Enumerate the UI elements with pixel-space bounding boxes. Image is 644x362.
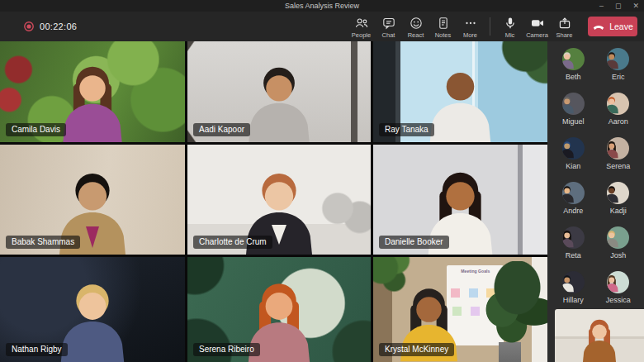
participant-aaron[interactable]: Aaron	[607, 93, 629, 126]
notes-button[interactable]: Notes	[429, 14, 457, 39]
video-grid: Camila Davis Aadi Kapoor Ray Tanaka Baba…	[0, 41, 547, 362]
participants-sidebar: Beth Eric Miguel Aaron Kian	[547, 41, 644, 362]
avatar	[562, 137, 585, 160]
avatar	[607, 182, 629, 204]
participant-jessica[interactable]: Jessica	[606, 271, 631, 304]
title-bar: Sales Analysis Review – ◻ ✕	[0, 0, 644, 12]
video-tile-charlotte-de-crum[interactable]: Charlotte de Crum	[187, 145, 371, 255]
avatar	[562, 48, 585, 70]
participant-name-label: Charlotte de Crum	[193, 236, 272, 249]
more-button[interactable]: More	[457, 14, 484, 39]
participant-name-label: Krystal McKinney	[379, 343, 454, 356]
mic-icon	[503, 16, 518, 31]
camera-icon	[530, 16, 545, 31]
share-button[interactable]: Share	[551, 14, 578, 39]
avatar	[607, 48, 629, 70]
close-button[interactable]: ✕	[632, 0, 639, 12]
shirt-decor	[272, 225, 286, 245]
avatar	[562, 182, 585, 204]
participant-name-label: Babak Shammas	[6, 236, 80, 249]
more-icon	[463, 16, 478, 31]
video-tile-krystal-mckinney[interactable]: Meeting Goals Krystal McKinney	[373, 257, 547, 362]
meeting-toolbar: 00:22:06 People	[0, 12, 644, 41]
participant-josh[interactable]: Josh	[607, 226, 629, 260]
people-button[interactable]: People	[348, 14, 375, 39]
shirt-decor	[86, 226, 99, 248]
chat-icon	[381, 16, 396, 31]
self-view-video[interactable]	[555, 309, 644, 362]
notes-icon	[436, 16, 451, 31]
avatar	[607, 271, 629, 293]
video-tile-camila-davis[interactable]: Camila Davis	[0, 41, 185, 142]
participant-name-label: Danielle Booker	[379, 236, 449, 249]
avatar	[562, 271, 585, 293]
video-tile-babak-shammas[interactable]: Babak Shammas	[0, 145, 185, 255]
participant-reta[interactable]: Reta	[562, 226, 585, 260]
avatar	[562, 226, 585, 249]
hang-up-icon	[592, 22, 605, 31]
toolbar-divider	[490, 17, 490, 36]
self-figure	[555, 313, 644, 362]
people-icon	[354, 16, 369, 31]
participant-name-label: Ray Tanaka	[379, 123, 434, 136]
participant-name-label: Nathan Rigby	[6, 343, 68, 356]
video-tile-aadi-kapoor[interactable]: Aadi Kapoor	[187, 41, 371, 142]
plant-icon	[453, 261, 547, 362]
participant-hillary[interactable]: Hillary	[562, 271, 585, 304]
mic-button[interactable]: Mic	[496, 14, 523, 39]
participant-kian[interactable]: Kian	[562, 137, 585, 170]
recording-indicator: 00:22:06	[23, 21, 77, 32]
participant-beth[interactable]: Beth	[562, 48, 585, 81]
participant-kadji[interactable]: Kadji	[607, 182, 629, 215]
maximize-button[interactable]: ◻	[615, 0, 621, 12]
window-title: Sales Analysis Review	[285, 2, 359, 10]
video-tile-serena-ribeiro[interactable]: Serena Ribeiro	[187, 257, 371, 362]
window-controls: – ◻ ✕	[599, 0, 639, 12]
video-tile-danielle-booker[interactable]: Danielle Booker	[373, 145, 547, 255]
avatar	[607, 93, 629, 115]
leave-button[interactable]: Leave	[588, 17, 637, 36]
avatar	[607, 226, 629, 249]
participant-eric[interactable]: Eric	[607, 48, 629, 81]
chat-button[interactable]: Chat	[375, 14, 402, 39]
participant-andre[interactable]: Andre	[562, 182, 585, 215]
avatar	[607, 137, 629, 160]
toolbar-buttons: People Chat	[348, 14, 637, 39]
camera-button[interactable]: Camera	[523, 14, 551, 39]
meeting-stage: Camila Davis Aadi Kapoor Ray Tanaka Baba…	[0, 41, 644, 362]
meeting-timer: 00:22:06	[40, 21, 77, 31]
share-icon	[557, 16, 572, 31]
participant-list: Beth Eric Miguel Aaron Kian	[547, 48, 644, 304]
video-tile-nathan-rigby[interactable]: Nathan Rigby	[0, 257, 185, 362]
participant-serena[interactable]: Serena	[606, 137, 630, 170]
record-icon	[23, 21, 35, 32]
participant-name-label: Aadi Kapoor	[193, 123, 250, 136]
participant-name-label: Serena Ribeiro	[193, 343, 260, 356]
participant-miguel[interactable]: Miguel	[562, 93, 585, 126]
minimize-button[interactable]: –	[599, 0, 604, 12]
video-tile-ray-tanaka[interactable]: Ray Tanaka	[373, 41, 547, 142]
react-button[interactable]: React	[402, 14, 429, 39]
avatar	[562, 93, 585, 115]
participant-name-label: Camila Davis	[6, 123, 66, 136]
react-icon	[409, 16, 424, 31]
teams-meeting-window: Sales Analysis Review – ◻ ✕ 00:22:06	[0, 0, 644, 362]
